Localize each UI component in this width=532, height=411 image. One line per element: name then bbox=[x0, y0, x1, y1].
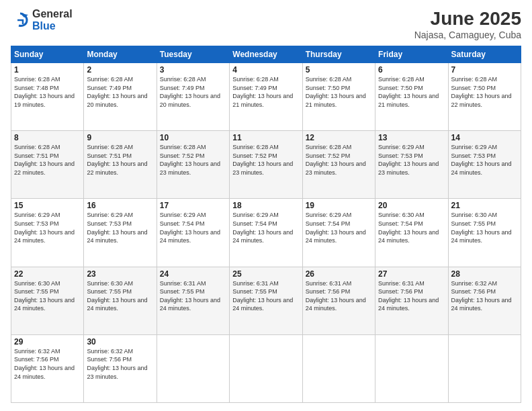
day-info: Sunrise: 6:29 AMSunset: 7:54 PMDaylight:… bbox=[306, 212, 366, 244]
day-info: Sunrise: 6:32 AMSunset: 7:56 PMDaylight:… bbox=[451, 280, 512, 312]
day-number: 5 bbox=[306, 65, 372, 75]
day-number: 4 bbox=[232, 65, 299, 75]
calendar-week-1: 1 Sunrise: 6:28 AMSunset: 7:48 PMDayligh… bbox=[11, 63, 521, 131]
month-title: June 2025 bbox=[414, 8, 521, 30]
day-info: Sunrise: 6:29 AMSunset: 7:54 PMDaylight:… bbox=[160, 212, 220, 244]
table-row: 22 Sunrise: 6:30 AMSunset: 7:55 PMDaylig… bbox=[11, 267, 84, 334]
col-sunday: Sunday bbox=[11, 46, 84, 63]
day-info: Sunrise: 6:32 AMSunset: 7:56 PMDaylight:… bbox=[14, 348, 75, 380]
table-row: 29 Sunrise: 6:32 AMSunset: 7:56 PMDaylig… bbox=[11, 334, 84, 402]
page: General Blue June 2025 Najasa, Camaguey,… bbox=[0, 0, 532, 411]
location-subtitle: Najasa, Camaguey, Cuba bbox=[414, 30, 521, 40]
table-row bbox=[448, 334, 521, 402]
day-info: Sunrise: 6:29 AMSunset: 7:53 PMDaylight:… bbox=[87, 212, 147, 244]
table-row: 2 Sunrise: 6:28 AMSunset: 7:49 PMDayligh… bbox=[84, 63, 157, 131]
calendar-week-3: 15 Sunrise: 6:29 AMSunset: 7:53 PMDaylig… bbox=[11, 199, 521, 267]
day-number: 25 bbox=[232, 269, 299, 279]
table-row: 8 Sunrise: 6:28 AMSunset: 7:51 PMDayligh… bbox=[11, 131, 84, 199]
table-row: 25 Sunrise: 6:31 AMSunset: 7:55 PMDaylig… bbox=[230, 267, 302, 334]
day-info: Sunrise: 6:29 AMSunset: 7:53 PMDaylight:… bbox=[14, 212, 75, 244]
table-row: 28 Sunrise: 6:32 AMSunset: 7:56 PMDaylig… bbox=[448, 267, 521, 334]
day-info: Sunrise: 6:28 AMSunset: 7:49 PMDaylight:… bbox=[160, 76, 220, 108]
day-info: Sunrise: 6:28 AMSunset: 7:50 PMDaylight:… bbox=[451, 76, 512, 108]
day-number: 10 bbox=[160, 133, 226, 142]
logo-general-text: General bbox=[32, 8, 73, 20]
table-row bbox=[157, 334, 229, 402]
day-number: 13 bbox=[378, 133, 445, 142]
day-info: Sunrise: 6:32 AMSunset: 7:56 PMDaylight:… bbox=[87, 348, 147, 380]
day-info: Sunrise: 6:28 AMSunset: 7:51 PMDaylight:… bbox=[14, 144, 75, 176]
day-info: Sunrise: 6:28 AMSunset: 7:50 PMDaylight:… bbox=[378, 76, 439, 108]
table-row: 5 Sunrise: 6:28 AMSunset: 7:50 PMDayligh… bbox=[302, 63, 375, 131]
day-info: Sunrise: 6:31 AMSunset: 7:56 PMDaylight:… bbox=[306, 280, 366, 312]
day-info: Sunrise: 6:28 AMSunset: 7:48 PMDaylight:… bbox=[14, 76, 75, 108]
day-number: 29 bbox=[14, 337, 81, 347]
table-row: 7 Sunrise: 6:28 AMSunset: 7:50 PMDayligh… bbox=[448, 63, 521, 131]
table-row: 19 Sunrise: 6:29 AMSunset: 7:54 PMDaylig… bbox=[302, 199, 375, 267]
table-row: 24 Sunrise: 6:31 AMSunset: 7:55 PMDaylig… bbox=[157, 267, 229, 334]
day-number: 7 bbox=[451, 65, 518, 75]
day-info: Sunrise: 6:28 AMSunset: 7:52 PMDaylight:… bbox=[306, 144, 366, 176]
table-row: 21 Sunrise: 6:30 AMSunset: 7:55 PMDaylig… bbox=[448, 199, 521, 267]
table-row: 9 Sunrise: 6:28 AMSunset: 7:51 PMDayligh… bbox=[84, 131, 157, 199]
table-row: 1 Sunrise: 6:28 AMSunset: 7:48 PMDayligh… bbox=[11, 63, 84, 131]
day-info: Sunrise: 6:31 AMSunset: 7:55 PMDaylight:… bbox=[232, 280, 293, 312]
day-info: Sunrise: 6:28 AMSunset: 7:52 PMDaylight:… bbox=[160, 144, 220, 176]
calendar-header-row: Sunday Monday Tuesday Wednesday Thursday… bbox=[11, 46, 521, 63]
day-info: Sunrise: 6:30 AMSunset: 7:55 PMDaylight:… bbox=[14, 280, 75, 312]
day-number: 8 bbox=[14, 133, 81, 142]
day-info: Sunrise: 6:30 AMSunset: 7:55 PMDaylight:… bbox=[451, 212, 512, 244]
day-number: 1 bbox=[14, 65, 81, 75]
day-number: 14 bbox=[451, 133, 518, 142]
day-number: 23 bbox=[87, 269, 153, 279]
table-row bbox=[375, 334, 448, 402]
logo: General Blue bbox=[11, 8, 73, 32]
day-number: 22 bbox=[14, 269, 81, 279]
calendar-week-2: 8 Sunrise: 6:28 AMSunset: 7:51 PMDayligh… bbox=[11, 131, 521, 199]
table-row: 27 Sunrise: 6:31 AMSunset: 7:56 PMDaylig… bbox=[375, 267, 448, 334]
day-info: Sunrise: 6:30 AMSunset: 7:55 PMDaylight:… bbox=[87, 280, 147, 312]
calendar-week-4: 22 Sunrise: 6:30 AMSunset: 7:55 PMDaylig… bbox=[11, 267, 521, 334]
table-row bbox=[302, 334, 375, 402]
col-wednesday: Wednesday bbox=[230, 46, 302, 63]
day-number: 6 bbox=[378, 65, 445, 75]
table-row: 10 Sunrise: 6:28 AMSunset: 7:52 PMDaylig… bbox=[157, 131, 229, 199]
day-number: 9 bbox=[87, 133, 153, 142]
table-row: 15 Sunrise: 6:29 AMSunset: 7:53 PMDaylig… bbox=[11, 199, 84, 267]
title-area: June 2025 Najasa, Camaguey, Cuba bbox=[414, 8, 521, 40]
day-number: 24 bbox=[160, 269, 226, 279]
day-number: 12 bbox=[306, 133, 372, 142]
day-number: 20 bbox=[378, 201, 445, 210]
day-info: Sunrise: 6:28 AMSunset: 7:52 PMDaylight:… bbox=[232, 144, 293, 176]
table-row: 18 Sunrise: 6:29 AMSunset: 7:54 PMDaylig… bbox=[230, 199, 302, 267]
day-info: Sunrise: 6:29 AMSunset: 7:53 PMDaylight:… bbox=[378, 144, 439, 176]
col-friday: Friday bbox=[375, 46, 448, 63]
col-thursday: Thursday bbox=[302, 46, 375, 63]
col-tuesday: Tuesday bbox=[157, 46, 229, 63]
logo-icon bbox=[11, 11, 30, 30]
table-row: 23 Sunrise: 6:30 AMSunset: 7:55 PMDaylig… bbox=[84, 267, 157, 334]
day-number: 21 bbox=[451, 201, 518, 210]
col-saturday: Saturday bbox=[448, 46, 521, 63]
table-row: 14 Sunrise: 6:29 AMSunset: 7:53 PMDaylig… bbox=[448, 131, 521, 199]
table-row: 26 Sunrise: 6:31 AMSunset: 7:56 PMDaylig… bbox=[302, 267, 375, 334]
day-number: 2 bbox=[87, 65, 153, 75]
day-info: Sunrise: 6:28 AMSunset: 7:51 PMDaylight:… bbox=[87, 144, 147, 176]
day-number: 15 bbox=[14, 201, 81, 210]
table-row: 11 Sunrise: 6:28 AMSunset: 7:52 PMDaylig… bbox=[230, 131, 302, 199]
col-monday: Monday bbox=[84, 46, 157, 63]
logo-blue-text: Blue bbox=[32, 20, 73, 32]
day-info: Sunrise: 6:29 AMSunset: 7:53 PMDaylight:… bbox=[451, 144, 512, 176]
day-number: 18 bbox=[232, 201, 299, 210]
day-info: Sunrise: 6:28 AMSunset: 7:50 PMDaylight:… bbox=[306, 76, 366, 108]
day-number: 30 bbox=[87, 337, 153, 347]
day-number: 17 bbox=[160, 201, 226, 210]
table-row: 3 Sunrise: 6:28 AMSunset: 7:49 PMDayligh… bbox=[157, 63, 229, 131]
table-row: 13 Sunrise: 6:29 AMSunset: 7:53 PMDaylig… bbox=[375, 131, 448, 199]
day-number: 28 bbox=[451, 269, 518, 279]
day-number: 27 bbox=[378, 269, 445, 279]
day-info: Sunrise: 6:28 AMSunset: 7:49 PMDaylight:… bbox=[232, 76, 293, 108]
day-info: Sunrise: 6:28 AMSunset: 7:49 PMDaylight:… bbox=[87, 76, 147, 108]
table-row: 4 Sunrise: 6:28 AMSunset: 7:49 PMDayligh… bbox=[230, 63, 302, 131]
day-number: 3 bbox=[160, 65, 226, 75]
